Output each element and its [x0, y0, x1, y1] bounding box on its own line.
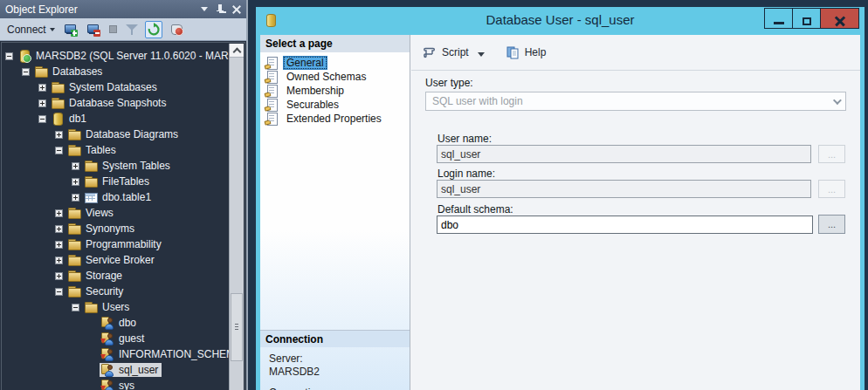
user-name-browse-button[interactable]: ...	[818, 145, 845, 163]
close-button[interactable]	[820, 8, 859, 29]
connect-server-button[interactable]	[62, 20, 79, 39]
expander-icon[interactable]	[38, 84, 46, 92]
expander-icon[interactable]	[72, 194, 79, 202]
page-icon	[265, 113, 279, 125]
expander-icon[interactable]	[72, 178, 79, 186]
expander-icon[interactable]	[55, 241, 63, 249]
expander-icon[interactable]	[22, 68, 30, 76]
script-dropdown-button[interactable]	[472, 43, 490, 63]
default-schema-browse-button[interactable]: ...	[818, 215, 845, 234]
script-error-button[interactable]	[168, 20, 185, 39]
tree-item-label: sql_user	[119, 364, 158, 376]
tree-item[interactable]: INFORMATION_SCHEM	[2, 346, 245, 362]
filter-button[interactable]	[124, 20, 140, 39]
page-item[interactable]: Membership	[260, 84, 410, 98]
page-item[interactable]: Extended Properties	[260, 112, 410, 126]
expander-icon[interactable]	[38, 115, 46, 123]
chevron-down-icon	[833, 96, 842, 105]
user-type-label: User type:	[425, 77, 473, 89]
maximize-icon	[803, 17, 811, 25]
scrollbar-thumb[interactable]	[231, 293, 243, 361]
connect-button[interactable]: Connect	[5, 20, 57, 39]
expander-icon[interactable]	[5, 52, 13, 60]
stop-icon	[109, 25, 117, 33]
expander-icon[interactable]	[72, 304, 79, 311]
tree-item-label: db1	[69, 113, 86, 125]
page-item[interactable]: General	[260, 56, 410, 70]
tree-scrollbar[interactable]	[229, 44, 244, 390]
tree-item-icon	[67, 254, 81, 266]
page-item[interactable]: Securables	[260, 98, 410, 112]
tree-item[interactable]: Database Diagrams	[2, 127, 245, 142]
chevron-down-icon	[50, 28, 55, 31]
stop-button[interactable]	[107, 20, 119, 39]
server-value: MARSDB2	[269, 366, 325, 379]
refresh-icon	[147, 23, 161, 37]
tree-item[interactable]: System Tables	[2, 158, 245, 174]
refresh-button[interactable]	[145, 21, 162, 38]
expander-icon[interactable]	[55, 288, 63, 296]
disconnect-server-button[interactable]	[85, 20, 102, 39]
page-item[interactable]: Owned Schemas	[260, 70, 410, 84]
connection-label: Connection:	[269, 387, 325, 390]
tree-item[interactable]: Service Broker	[2, 252, 245, 268]
tree-item-label: Databases	[52, 65, 102, 78]
tree-item[interactable]: Storage	[2, 268, 245, 284]
tree-item[interactable]: Views	[2, 205, 245, 221]
user-name-input[interactable]	[437, 145, 811, 163]
database-icon	[264, 14, 278, 26]
expander-icon[interactable]	[55, 147, 63, 154]
scroll-up-icon[interactable]	[230, 44, 244, 58]
tree-item-icon	[100, 348, 114, 360]
tree-item-icon	[67, 222, 81, 235]
tree-item[interactable]: db1	[2, 111, 245, 127]
expander-icon[interactable]	[72, 162, 79, 170]
tree-item[interactable]: Programmability	[2, 236, 245, 252]
expander-icon[interactable]	[55, 209, 63, 217]
tree-item[interactable]: FileTables	[2, 174, 245, 189]
maximize-button[interactable]	[792, 8, 821, 29]
tree-item[interactable]: Tables	[2, 142, 245, 158]
tree-item[interactable]: System Databases	[2, 79, 245, 95]
tree-item-label: System Tables	[102, 160, 170, 172]
expander-icon[interactable]	[38, 99, 46, 107]
tree-item[interactable]: Security	[2, 284, 245, 299]
tree-item-label: MARSDB2 (SQL Server 11.0.6020 - MARSD	[36, 50, 243, 62]
tree-item[interactable]: guest	[2, 331, 245, 346]
tree-item[interactable]: dbo.table1	[2, 189, 245, 205]
expander-icon[interactable]	[55, 272, 63, 280]
login-name-input[interactable]	[437, 180, 811, 198]
user-type-value: SQL user with login	[432, 95, 523, 107]
script-button[interactable]: Script	[418, 42, 472, 63]
dialog-titlebar[interactable]: Database User - sql_user	[256, 7, 865, 35]
tree-item-label: sys	[119, 380, 134, 390]
tree-item[interactable]: dbo	[2, 315, 245, 331]
connection-header: Connection	[260, 330, 410, 347]
tree-item-label: Database Snapshots	[69, 97, 166, 109]
login-name-browse-button[interactable]: ...	[818, 180, 845, 198]
close-icon[interactable]	[232, 5, 241, 14]
pin-icon[interactable]	[216, 4, 224, 15]
tree-item[interactable]: Synonyms	[2, 221, 245, 236]
script-error-icon	[169, 23, 183, 36]
expander-icon[interactable]	[55, 225, 63, 233]
tree-item-label: dbo	[119, 317, 136, 329]
tree-item[interactable]: Users	[2, 299, 245, 315]
user-type-combobox[interactable]: SQL user with login	[425, 92, 846, 111]
default-schema-input[interactable]	[437, 216, 813, 234]
help-icon	[506, 45, 520, 59]
tree-item[interactable]: sql_user	[2, 362, 245, 378]
tree-item[interactable]: Database Snapshots	[2, 95, 245, 111]
expander-icon[interactable]	[55, 257, 63, 264]
tree-item-icon	[100, 317, 114, 329]
tree-item-label: Service Broker	[86, 254, 155, 266]
connect-server-icon	[64, 23, 78, 37]
help-button[interactable]: Help	[502, 42, 550, 63]
expander-icon[interactable]	[55, 131, 63, 139]
window-position-icon[interactable]	[201, 7, 208, 11]
minimize-button[interactable]	[764, 8, 793, 29]
tree-item-label: System Databases	[69, 81, 157, 93]
tree-item[interactable]: Databases	[2, 64, 245, 79]
tree-item[interactable]: MARSDB2 (SQL Server 11.0.6020 - MARSD	[2, 48, 245, 64]
tree-item[interactable]: sys	[2, 378, 245, 390]
